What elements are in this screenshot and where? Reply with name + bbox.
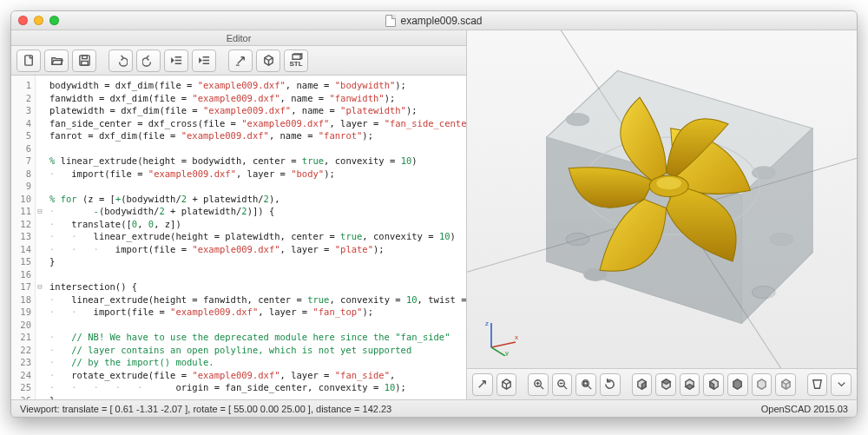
code-line[interactable] [49, 268, 461, 281]
fold-toggle [36, 319, 44, 332]
line-number: 5 [11, 129, 31, 142]
fold-toggle [36, 356, 44, 369]
fold-toggle [36, 255, 44, 268]
code-line[interactable]: · import(file = "example009.dxf", layer … [49, 168, 461, 181]
code-line[interactable]: · -(bodywidth/2 + platewidth/2)]) { [49, 205, 461, 218]
fold-toggle[interactable]: ⊟ [36, 205, 44, 218]
view-right-button[interactable] [632, 373, 653, 396]
svg-line-16 [491, 342, 516, 347]
undo-button[interactable] [108, 49, 133, 72]
code-line[interactable]: · // layer contains an open polyline, wh… [49, 344, 461, 357]
fold-toggle [36, 180, 44, 193]
code-line[interactable]: fanrot = dxf_dim(file = "example009.dxf"… [49, 129, 461, 142]
line-number: 20 [11, 319, 31, 332]
titlebar[interactable]: example009.scad [11, 11, 857, 30]
line-number: 18 [11, 293, 31, 306]
code-line[interactable]: platewidth = dxf_dim(file = "example009.… [49, 104, 461, 117]
svg-text:z: z [485, 320, 489, 327]
reset-view-button[interactable] [600, 373, 621, 396]
view-diagonal-button[interactable] [775, 373, 796, 396]
code-line[interactable]: · rotate_extrude(file = "example009.dxf"… [49, 369, 461, 382]
model-render [467, 30, 857, 368]
editor-pane: Editor STL 12345678910111213141516171819… [11, 30, 467, 399]
code-line[interactable]: } [49, 255, 461, 268]
svg-point-9 [770, 233, 793, 245]
content-area: Editor STL 12345678910111213141516171819… [11, 30, 857, 399]
app-window: example009.scad Editor STL 1234567891011… [10, 10, 858, 418]
code-line[interactable]: · · linear_extrude(height = platewidth, … [49, 230, 461, 243]
view-top-button[interactable] [655, 373, 676, 396]
svg-point-14 [753, 287, 776, 299]
line-number: 25 [11, 381, 31, 394]
fold-toggle [36, 117, 44, 130]
svg-rect-24 [583, 382, 587, 386]
fold-toggle [36, 168, 44, 181]
window-title: example009.scad [11, 15, 857, 27]
fold-toggle [36, 142, 44, 155]
render-viewport[interactable]: z x y [467, 30, 857, 368]
view-front-button[interactable] [727, 373, 748, 396]
zoom-fit-button[interactable] [575, 373, 596, 396]
code-area[interactable]: 1234567891011121314151617181920212223242… [11, 76, 466, 399]
code-line[interactable]: · · import(file = "example009.dxf", laye… [49, 306, 461, 319]
redo-button[interactable] [136, 49, 161, 72]
unindent-button[interactable] [164, 49, 188, 72]
code-line[interactable] [49, 142, 461, 155]
app-version: OpenSCAD 2015.03 [761, 404, 848, 414]
fold-toggle [36, 306, 44, 319]
line-number: 14 [11, 243, 31, 256]
render-view-button[interactable] [496, 373, 517, 396]
code-line[interactable]: % for (z = [+(bodywidth/2 + platewidth/2… [49, 193, 461, 206]
open-button[interactable] [44, 49, 69, 72]
new-button[interactable] [16, 49, 41, 72]
code-line[interactable]: % linear_extrude(height = bodywidth, cen… [49, 155, 461, 168]
line-number: 10 [11, 193, 31, 206]
svg-text:y: y [505, 349, 509, 356]
indent-button[interactable] [192, 49, 216, 72]
view-back-button[interactable] [752, 373, 773, 396]
code-line[interactable] [49, 180, 461, 193]
code-line[interactable]: · · · import(file = "example009.dxf", la… [49, 243, 461, 256]
view-left-button[interactable] [703, 373, 724, 396]
code-line[interactable]: intersection() { [49, 280, 461, 293]
code-line[interactable]: · · · · · origin = fan_side_center, conv… [49, 381, 461, 394]
code-line[interactable] [49, 319, 461, 332]
line-number: 9 [11, 180, 31, 193]
code-line[interactable]: · // NB! We have to use the deprecated m… [49, 331, 461, 344]
code-line[interactable]: · // by the import() module. [49, 356, 461, 369]
svg-rect-3 [81, 61, 88, 65]
fold-toggle [36, 230, 44, 243]
fold-toggle [36, 92, 44, 105]
code-line[interactable]: fanwidth = dxf_dim(file = "example009.dx… [49, 92, 461, 105]
code-line[interactable]: fan_side_center = dxf_cross(file = "exam… [49, 117, 461, 130]
zoom-in-button[interactable] [528, 373, 549, 396]
code-text[interactable]: bodywidth = dxf_dim(file = "example009.d… [44, 76, 466, 399]
line-number: 16 [11, 268, 31, 281]
preview-button[interactable] [228, 49, 253, 72]
save-button[interactable] [72, 49, 96, 72]
perspective-button[interactable] [807, 373, 828, 396]
preview-view-button[interactable] [472, 373, 493, 396]
fold-toggle [36, 369, 44, 382]
code-line[interactable]: · linear_extrude(height = fanwidth, cent… [49, 293, 461, 306]
zoom-out-button[interactable] [552, 373, 573, 396]
fold-toggle [36, 293, 44, 306]
window-title-text: example009.scad [400, 15, 482, 27]
line-number: 12 [11, 218, 31, 231]
code-line[interactable]: · translate([0, 0, z]) [49, 218, 461, 231]
view-bottom-button[interactable] [680, 373, 700, 396]
fold-toggle[interactable]: ⊟ [36, 280, 44, 293]
more-views-button[interactable] [831, 373, 852, 396]
fold-column: ⊟⊟ [36, 76, 44, 399]
svg-point-12 [656, 177, 681, 189]
svg-point-6 [566, 114, 589, 126]
line-number: 1 [11, 79, 31, 92]
svg-point-13 [566, 233, 589, 245]
status-bar: Viewport: translate = [ 0.61 -1.31 -2.07… [11, 399, 857, 417]
export-stl-button[interactable]: STL [284, 49, 308, 72]
viewer-pane: z x y [467, 30, 857, 399]
render-button[interactable] [256, 49, 280, 72]
svg-rect-0 [24, 56, 31, 65]
fold-toggle [36, 104, 44, 117]
code-line[interactable]: bodywidth = dxf_dim(file = "example009.d… [49, 79, 461, 92]
